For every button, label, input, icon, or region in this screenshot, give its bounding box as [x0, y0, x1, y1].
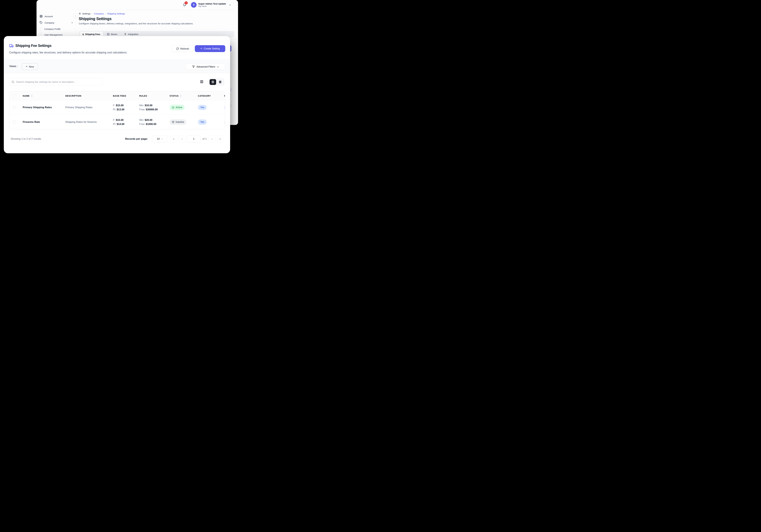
- dollar-icon: $: [83, 33, 84, 35]
- first-page-button[interactable]: «: [170, 136, 177, 143]
- breadcrumb-separator-icon: ›: [105, 13, 106, 15]
- search-input[interactable]: [16, 81, 100, 84]
- column-label: STATUS: [170, 95, 179, 97]
- new-view-label: New: [29, 65, 34, 68]
- grid-view-icon: [218, 80, 222, 84]
- breadcrumb-shipping-settings[interactable]: Shipping Settings: [107, 12, 125, 15]
- column-header-base-fees[interactable]: BASE FEES: [110, 95, 136, 97]
- fee-value: $13.00: [117, 108, 124, 111]
- box-icon: [107, 33, 110, 35]
- create-setting-button[interactable]: + Create Setting: [195, 45, 225, 52]
- rule-value: $1000.00: [146, 123, 156, 125]
- rule-value: $20.00: [145, 119, 152, 121]
- tab-label: Integration: [128, 33, 139, 35]
- gear-icon: ⚙: [79, 12, 81, 15]
- row-clipped-cell: [221, 115, 225, 129]
- fee-label: PI:: [113, 123, 116, 125]
- records-per-page-value: 10: [157, 138, 160, 141]
- search-bar: [9, 78, 103, 86]
- sort-icon: [180, 94, 182, 97]
- sidebar-item-company[interactable]: Company ∧: [36, 20, 76, 26]
- plus-icon: +: [200, 47, 202, 50]
- chevron-left-icon: ‹: [75, 15, 76, 17]
- sidebar-subitem-company-profile[interactable]: Company Profile: [44, 26, 76, 32]
- views-label: Views :: [9, 65, 18, 68]
- tab-label: Boxes: [111, 33, 117, 35]
- fee-label: PI:: [113, 108, 116, 111]
- column-label: DESCRIPTION: [65, 95, 82, 97]
- row-rules: Min: $10.00 Free: $30000.00: [136, 103, 166, 112]
- column-label: BASE FEES: [113, 95, 126, 97]
- breadcrumb-settings[interactable]: Settings: [82, 12, 90, 15]
- tab-label: Shipping Fees: [85, 33, 100, 35]
- table-view-button[interactable]: [209, 79, 216, 85]
- caret-down-icon: ⌄: [184, 6, 185, 7]
- user-menu[interactable]: S Super Admin Test Update Sig Sauer ∨: [191, 2, 231, 8]
- records-per-page-select[interactable]: 10 ∨: [153, 136, 167, 143]
- create-setting-label: Create Setting: [204, 47, 220, 50]
- user-subtitle: Sig Sauer: [198, 5, 226, 7]
- columns-toggle-button[interactable]: [200, 80, 204, 84]
- results-count: Showing 1 to 2 of 2 results: [11, 138, 41, 141]
- breadcrumb: ⚙ Settings › Company › Shipping Settings: [79, 12, 234, 15]
- sidebar-item-account[interactable]: Account: [36, 13, 76, 20]
- column-header-category[interactable]: CATEGORY: [195, 95, 221, 97]
- row-description: Primary Shipping Rates: [62, 106, 110, 109]
- rule-value: $10.00: [145, 104, 152, 107]
- fee-value: $15.00: [116, 104, 123, 107]
- status-label: Inactive: [176, 121, 184, 123]
- column-header-name[interactable]: NAME: [20, 94, 62, 97]
- column-header-rules[interactable]: RULES: [136, 95, 166, 97]
- sidebar-collapse-button[interactable]: ‹: [73, 13, 78, 18]
- notifications-button[interactable]: 1 ⌄: [183, 2, 187, 8]
- chevron-right-icon: ›: [211, 138, 212, 140]
- table-row[interactable]: Primary Shipping Rates Primary Shipping …: [9, 100, 225, 115]
- funnel-icon: [192, 65, 195, 68]
- prev-page-button[interactable]: ‹: [179, 136, 186, 143]
- status-label: Active: [176, 106, 182, 109]
- refresh-button[interactable]: Refresh: [172, 45, 194, 52]
- chevron-down-icon: ∨: [217, 66, 219, 68]
- row-checkbox[interactable]: [13, 106, 16, 109]
- notification-badge: 1: [185, 1, 188, 4]
- rule-label: Free:: [139, 123, 145, 125]
- breadcrumb-company[interactable]: Company: [94, 12, 104, 15]
- row-checkbox[interactable]: [13, 121, 16, 124]
- row-rules: Min: $20.00 Free: $1000.00: [136, 118, 166, 126]
- tag-icon: [39, 21, 43, 24]
- chevron-up-icon: ∧: [71, 22, 73, 24]
- column-header-status[interactable]: STATUS: [166, 94, 195, 97]
- page-total-label: of 1: [203, 138, 207, 141]
- user-text: Super Admin Test Update Sig Sauer: [198, 2, 226, 7]
- select-all-checkbox[interactable]: [13, 94, 16, 97]
- chevron-left-icon: ‹: [182, 138, 183, 140]
- new-view-button[interactable]: + New: [22, 63, 38, 70]
- row-category: Yes: [195, 105, 221, 110]
- records-per-page-label: Records per page:: [125, 138, 148, 141]
- page-number-input[interactable]: [187, 136, 201, 143]
- page-subtitle: Configure shipping boxes, delivery setti…: [79, 22, 234, 25]
- avatar-initial: S: [193, 4, 195, 6]
- advanced-filters-button[interactable]: Advanced Filters ∨: [186, 63, 225, 70]
- clipped-avatar: [224, 120, 225, 125]
- user-name: Super Admin Test Update: [198, 2, 226, 5]
- row-base-fees: F: $15.00 PI: $13.00: [110, 103, 136, 112]
- table-view-icon: [211, 80, 214, 84]
- rule-value: $30000.00: [146, 108, 158, 111]
- rule-label: Min:: [139, 119, 144, 121]
- last-page-button[interactable]: »: [217, 136, 224, 143]
- grid-view-button[interactable]: [217, 79, 223, 85]
- sidebar-item-label: Account: [45, 15, 73, 18]
- next-page-button[interactable]: ›: [208, 136, 215, 143]
- table-row[interactable]: Firearms Rate Shipping Rates for firearm…: [9, 115, 225, 129]
- column-label: RULES: [139, 95, 147, 97]
- shipping-fee-settings-modal: Shipping Fee Settings Configure shipping…: [4, 36, 230, 153]
- column-header-description[interactable]: DESCRIPTION: [62, 95, 110, 97]
- modal-title: Shipping Fee Settings: [15, 44, 51, 48]
- status-badge: Active: [170, 105, 185, 110]
- fee-label: F:: [113, 119, 115, 121]
- shipping-fees-table: NAME DESCRIPTION BASE FEES RULES STATUS …: [9, 91, 225, 129]
- bg-panel-border: [235, 38, 235, 120]
- search-icon: [11, 80, 15, 84]
- modal-subtitle: Configure shipping rates, fee structures…: [9, 51, 127, 54]
